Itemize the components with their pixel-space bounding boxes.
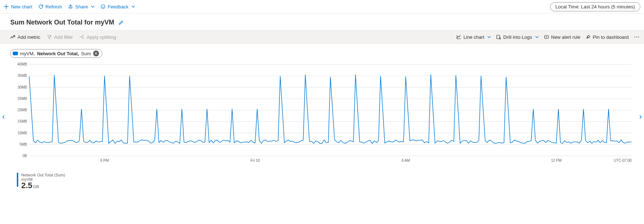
apply-splitting-label: Apply splitting	[87, 34, 116, 40]
refresh-label: Refresh	[46, 4, 62, 10]
svg-point-4	[83, 38, 84, 39]
pin-to-dashboard-button[interactable]: Pin to dashboard	[586, 34, 629, 40]
split-icon	[79, 34, 84, 40]
chart-title: Sum Network Out Total for myVM	[10, 19, 114, 26]
svg-text:UTC-07:00: UTC-07:00	[614, 158, 632, 163]
apply-splitting-button[interactable]: Apply splitting	[79, 34, 116, 40]
chevron-down-icon	[91, 5, 95, 8]
svg-point-8	[635, 37, 635, 37]
prev-time-button[interactable]: ‹	[2, 112, 5, 122]
chevron-down-icon	[132, 5, 135, 8]
edit-title-button[interactable]	[118, 20, 124, 26]
metric-pill-agg: Sum	[81, 51, 91, 56]
add-filter-label: Add filter	[54, 34, 73, 40]
metric-pill-row: myVM, Network Out Total, Sum ✕	[0, 44, 644, 61]
svg-point-2	[103, 6, 104, 7]
svg-text:5MB: 5MB	[19, 142, 27, 146]
smiley-icon	[100, 4, 106, 9]
more-button[interactable]	[634, 34, 640, 40]
svg-text:25MB: 25MB	[18, 97, 27, 101]
chart-title-row: Sum Network Out Total for myVM	[0, 14, 644, 30]
legend-value: 2.5	[21, 181, 33, 190]
add-metric-button[interactable]: Add metric	[10, 34, 40, 40]
svg-text:10MB: 10MB	[18, 131, 27, 135]
drill-into-logs-label: Drill into Logs	[503, 34, 532, 40]
svg-point-0	[101, 5, 105, 9]
legend-series-name: Network Out Total (Sum)	[21, 173, 65, 177]
chart-area: ‹ › 0B5MB10MB15MB20MB25MB30MB35MB40MB6 P…	[9, 61, 635, 171]
svg-text:Fri 10: Fri 10	[251, 158, 260, 163]
share-button[interactable]: Share	[68, 4, 95, 10]
svg-text:40MB: 40MB	[18, 62, 27, 66]
svg-point-10	[638, 37, 639, 37]
svg-text:15MB: 15MB	[18, 119, 27, 123]
share-icon	[68, 4, 73, 9]
line-chart: 0B5MB10MB15MB20MB25MB30MB35MB40MB6 PMFri…	[9, 61, 635, 171]
chart-command-bar: Add metric Add filter Apply splitting Li…	[0, 30, 644, 44]
pin-to-dashboard-label: Pin to dashboard	[593, 34, 629, 40]
chart-type-button[interactable]: Line chart	[456, 34, 491, 40]
ellipsis-icon	[634, 34, 640, 40]
share-label: Share	[75, 4, 88, 10]
metric-pill[interactable]: myVM, Network Out Total, Sum ✕	[10, 49, 102, 58]
svg-text:35MB: 35MB	[18, 74, 27, 78]
drill-into-logs-button[interactable]: Drill into Logs	[496, 34, 539, 40]
svg-text:20MB: 20MB	[18, 108, 27, 112]
monitor-icon	[13, 52, 18, 55]
time-range-pill[interactable]: Local Time: Last 24 hours (5 minutes)	[550, 2, 641, 11]
feedback-label: Feedback	[108, 4, 129, 10]
new-chart-button[interactable]: New chart	[4, 4, 33, 10]
chevron-down-icon	[487, 35, 491, 39]
svg-point-9	[636, 37, 637, 37]
pin-icon	[586, 34, 591, 40]
plus-icon	[4, 4, 9, 9]
add-filter-button[interactable]: Add filter	[47, 34, 73, 40]
chart-type-label: Line chart	[464, 34, 484, 40]
refresh-button[interactable]: Refresh	[38, 4, 62, 10]
new-alert-rule-label: New alert rule	[551, 34, 580, 40]
legend-color-bar	[17, 173, 18, 187]
line-chart-icon	[456, 34, 461, 40]
new-alert-rule-button[interactable]: New alert rule	[544, 34, 580, 40]
legend: Network Out Total (Sum) myVM 2.5GB	[0, 171, 644, 193]
new-chart-label: New chart	[11, 4, 33, 10]
logs-icon	[496, 34, 501, 40]
alert-icon	[544, 34, 549, 40]
svg-text:0B: 0B	[23, 154, 27, 158]
refresh-icon	[38, 4, 43, 9]
svg-text:6 PM: 6 PM	[100, 158, 108, 163]
top-toolbar: New chart Refresh Share Feedback Local T…	[0, 0, 644, 14]
filter-icon	[47, 34, 52, 40]
legend-unit: GB	[33, 184, 39, 189]
remove-metric-button[interactable]: ✕	[93, 51, 99, 56]
svg-point-3	[83, 35, 84, 36]
svg-point-1	[102, 6, 103, 7]
next-time-button[interactable]: ›	[639, 112, 642, 122]
metric-pill-metric: Network Out Total,	[37, 51, 79, 56]
metric-pill-resource: myVM,	[20, 51, 35, 56]
chevron-down-icon	[535, 35, 539, 39]
svg-text:12 PM: 12 PM	[551, 158, 561, 163]
feedback-button[interactable]: Feedback	[100, 4, 135, 10]
add-metric-icon	[10, 34, 15, 40]
svg-text:6 AM: 6 AM	[401, 158, 410, 163]
add-metric-label: Add metric	[18, 34, 40, 40]
svg-text:30MB: 30MB	[18, 85, 27, 89]
